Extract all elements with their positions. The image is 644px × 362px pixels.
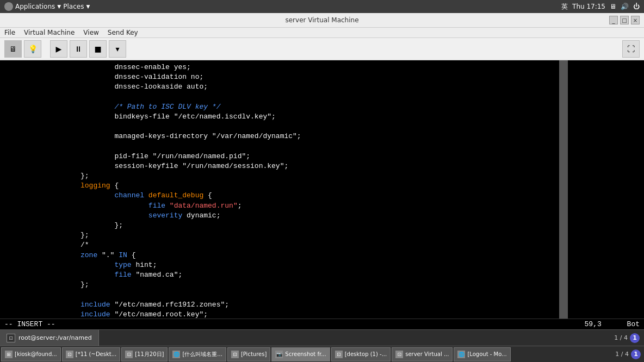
code-line: }; <box>76 221 559 230</box>
taskbar-icon-desktop: ⊡ <box>335 351 343 358</box>
code-line: }; <box>76 280 559 290</box>
terminal-tab-pager: 1 / 4 1 <box>610 333 644 343</box>
close-button[interactable]: × <box>631 16 640 24</box>
lightbulb-button[interactable]: 💡 <box>24 40 41 58</box>
taskbar-item-logout[interactable]: 🌐 [Logout - Mo... <box>454 347 510 361</box>
monitor-button[interactable]: 🖥 <box>4 40 22 58</box>
play-button[interactable]: ▶ <box>50 40 67 58</box>
right-panel <box>568 60 644 319</box>
places-menu[interactable]: Places <box>63 3 84 10</box>
vim-status-bar: -- INSERT -- 59,3 Bot <box>0 319 644 329</box>
code-line: include "/etc/named.rfc1912.zones"; <box>76 300 559 310</box>
taskbar-icon-dns: 🌐 <box>172 351 180 358</box>
code-line <box>76 122 559 132</box>
taskbar-item-screenshot[interactable]: 📷 Screenshot fr... <box>271 347 330 361</box>
scrollbar[interactable] <box>559 60 568 319</box>
menu-view[interactable]: View <box>83 29 98 36</box>
taskbar-pager: 1 / 4 1 <box>615 349 643 359</box>
taskbar-label-dns: [什么叫域名重... <box>182 351 222 358</box>
taskbar-item-dns[interactable]: 🌐 [什么叫域名重... <box>169 347 226 361</box>
editor-area[interactable]: dnssec-enable yes; dnssec-validation no;… <box>76 60 559 319</box>
terminal-tab-bar: ⊡ root@server:/var/named 1 / 4 1 <box>0 329 644 346</box>
main-content: dnssec-enable yes; dnssec-validation no;… <box>0 60 644 319</box>
system-bar-right: 英 Thu 17:15 🖥 🔊 ⏻ <box>561 2 640 11</box>
vim-position: 59,3 Bot <box>585 320 640 328</box>
taskbar-icon-logout: 🌐 <box>457 351 465 358</box>
menu-send-key[interactable]: Send Key <box>108 29 138 36</box>
menu-bar: File Virtual Machine View Send Key <box>0 28 644 38</box>
dropdown-button[interactable]: ▾ <box>109 40 126 58</box>
taskbar-label-desktop: [desktop (1) -... <box>345 351 387 357</box>
taskbar-label-screenshot: Screenshot fr... <box>285 351 326 357</box>
taskbar-pager-badge: 1 <box>631 349 641 359</box>
code-line: dnssec-validation no; <box>76 72 559 82</box>
input-method: 英 <box>561 2 568 11</box>
vim-mode: -- INSERT -- <box>4 320 55 328</box>
code-line: dnssec-lookaside auto; <box>76 82 559 92</box>
restore-button[interactable]: □ <box>620 16 629 24</box>
fullscreen-button[interactable]: ⛶ <box>622 40 640 58</box>
taskbar-icon-server: ⊡ <box>395 351 403 358</box>
taskbar-label-logout: [Logout - Mo... <box>467 351 506 357</box>
code-line <box>76 142 559 152</box>
system-bar-left: Applications ▼ Places ▼ <box>4 2 90 11</box>
code-line: severity dynamic; <box>76 211 559 221</box>
stop-button[interactable]: ■ <box>89 40 107 58</box>
pause-button[interactable]: ⏸ <box>70 40 87 58</box>
taskbar-icon-screenshot: 📷 <box>275 351 283 358</box>
applications-menu[interactable]: Applications <box>15 3 55 10</box>
code-line: managed-keys-directory "/var/named/dynam… <box>76 132 559 141</box>
taskbar-label-kiosk: [kiosk@found... <box>15 351 57 357</box>
taskbar-item-11[interactable]: ⊡ [*11 (~Deskt... <box>62 347 120 361</box>
taskbar-item-date[interactable]: ⊡ [11月20日] <box>121 347 168 361</box>
minimize-button[interactable]: _ <box>609 16 618 24</box>
code-line: pid-file "/run/named/named.pid"; <box>76 152 559 161</box>
code-line: channel default_debug { <box>76 191 559 201</box>
code-line: include "/etc/named.root.key"; <box>76 310 559 319</box>
code-line: type hint; <box>76 260 559 270</box>
taskbar: ⊞ [kiosk@found... ⊡ [*11 (~Deskt... ⊡ [1… <box>0 346 644 362</box>
taskbar-item-pictures[interactable]: ⊡ [Pictures] <box>227 347 270 361</box>
taskbar-item-server[interactable]: ⊡ server Virtual ... <box>392 347 453 361</box>
taskbar-item-kiosk[interactable]: ⊞ [kiosk@found... <box>1 347 61 361</box>
system-bar: Applications ▼ Places ▼ 英 Thu 17:15 🖥 🔊 … <box>0 0 644 13</box>
taskbar-label-pictures: [Pictures] <box>241 351 267 357</box>
distro-icon <box>4 2 13 11</box>
power-icon: ⏻ <box>633 3 640 10</box>
menu-file[interactable]: File <box>4 29 15 36</box>
pager-text: 1 / 4 <box>614 334 628 341</box>
taskbar-icon-pictures: ⊡ <box>231 351 239 358</box>
taskbar-item-desktop[interactable]: ⊡ [desktop (1) -... <box>331 347 391 361</box>
toolbar: 🖥 💡 ▶ ⏸ ■ ▾ ⛶ <box>0 38 644 60</box>
code-line: }; <box>76 171 559 181</box>
taskbar-icon-date: ⊡ <box>125 351 133 358</box>
code-line: session-keyfile "/run/named/session.key"… <box>76 161 559 171</box>
code-line: bindkeys-file "/etc/named.iscdlv.key"; <box>76 112 559 122</box>
places-dropdown-icon: ▼ <box>86 4 90 9</box>
taskbar-pager-text: 1 / 4 <box>615 351 629 358</box>
code-line <box>76 92 559 102</box>
screen-icon: 🖥 <box>610 3 616 10</box>
terminal-tab-label: root@server:/var/named <box>18 334 92 341</box>
left-panel <box>0 60 76 319</box>
menu-virtual-machine[interactable]: Virtual Machine <box>24 29 75 36</box>
code-line: file "named.ca"; <box>76 270 559 280</box>
terminal-tab-icon: ⊡ <box>7 334 15 342</box>
title-bar: server Virtual Machine _ □ × <box>0 13 644 28</box>
code-line: /* <box>76 240 559 250</box>
virtual-machine-window: server Virtual Machine _ □ × File Virtua… <box>0 13 644 362</box>
code-line: zone "." IN { <box>76 251 559 260</box>
code-line <box>76 290 559 299</box>
taskbar-label-date: [11月20日] <box>135 351 164 358</box>
code-line: }; <box>76 230 559 240</box>
taskbar-label-11: [*11 (~Deskt... <box>76 351 116 357</box>
code-line: /* Path to ISC DLV key */ <box>76 102 559 112</box>
code-line: file "data/named.run"; <box>76 201 559 211</box>
title-bar-controls: _ □ × <box>609 16 640 24</box>
taskbar-icon-kiosk: ⊞ <box>5 351 13 358</box>
terminal-tab[interactable]: ⊡ root@server:/var/named <box>0 330 99 346</box>
code-line: logging { <box>76 181 559 191</box>
pager-badge: 1 <box>630 333 640 343</box>
taskbar-icon-11: ⊡ <box>66 351 73 358</box>
code-line: dnssec-enable yes; <box>76 63 559 72</box>
